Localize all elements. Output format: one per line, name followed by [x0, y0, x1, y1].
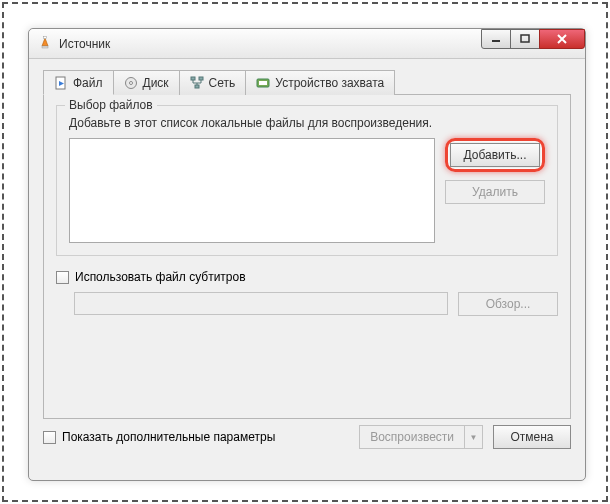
remove-button[interactable]: Удалить [445, 180, 545, 204]
button-label: Воспроизвести [370, 430, 454, 444]
window-title: Источник [59, 37, 482, 51]
minimize-button[interactable] [481, 29, 511, 49]
titlebar: Источник [29, 29, 585, 59]
svg-rect-3 [521, 35, 529, 42]
add-button[interactable]: Добавить... [450, 143, 540, 167]
tab-content-file: Выбор файлов Добавьте в этот список лока… [43, 95, 571, 419]
dialog-window: Источник Файл Диск Сеть Устройство захва… [28, 28, 586, 481]
app-icon [37, 36, 53, 52]
file-icon [54, 76, 68, 90]
cancel-button[interactable]: Отмена [493, 425, 571, 449]
subtitle-checkbox-label: Использовать файл субтитров [75, 270, 246, 284]
tab-label: Файл [73, 76, 103, 90]
window-controls [482, 29, 585, 58]
tab-label: Сеть [209, 76, 236, 90]
group-description: Добавьте в этот список локальные файлы д… [69, 116, 545, 130]
button-label: Добавить... [463, 148, 526, 162]
svg-rect-9 [195, 85, 199, 88]
tabs: Файл Диск Сеть Устройство захвата [43, 69, 571, 95]
close-button[interactable] [539, 29, 585, 49]
more-options-checkbox[interactable] [43, 431, 56, 444]
svg-rect-2 [492, 40, 500, 42]
play-split-button[interactable]: Воспроизвести ▼ [359, 425, 483, 449]
tab-label: Диск [143, 76, 169, 90]
tab-label: Устройство захвата [275, 76, 384, 90]
tab-disc[interactable]: Диск [113, 70, 180, 95]
tab-network[interactable]: Сеть [179, 70, 247, 95]
browse-button: Обзор... [458, 292, 558, 316]
svg-point-6 [129, 82, 132, 85]
network-icon [190, 76, 204, 90]
play-button-dropdown[interactable]: ▼ [465, 425, 483, 449]
subtitle-path-input [74, 292, 448, 315]
dialog-footer: Показать дополнительные параметры Воспро… [43, 419, 571, 449]
button-label: Удалить [472, 185, 518, 199]
svg-rect-7 [191, 77, 195, 80]
highlight-annotation: Добавить... [445, 138, 545, 172]
client-area: Файл Диск Сеть Устройство захвата Выбор … [29, 59, 585, 461]
tab-capture[interactable]: Устройство захвата [245, 70, 395, 95]
svg-rect-1 [44, 36, 47, 38]
play-button-main[interactable]: Воспроизвести [359, 425, 465, 449]
group-title: Выбор файлов [65, 98, 157, 112]
svg-rect-11 [259, 81, 267, 85]
button-label: Обзор... [486, 297, 531, 311]
svg-rect-0 [42, 46, 48, 48]
file-selection-group: Выбор файлов Добавьте в этот список лока… [56, 105, 558, 256]
button-label: Отмена [510, 430, 553, 444]
tab-file[interactable]: Файл [43, 70, 114, 95]
file-list[interactable] [69, 138, 435, 243]
svg-rect-8 [199, 77, 203, 80]
capture-icon [256, 76, 270, 90]
subtitle-checkbox[interactable] [56, 271, 69, 284]
disc-icon [124, 76, 138, 90]
maximize-button[interactable] [510, 29, 540, 49]
more-options-label: Показать дополнительные параметры [62, 430, 275, 444]
